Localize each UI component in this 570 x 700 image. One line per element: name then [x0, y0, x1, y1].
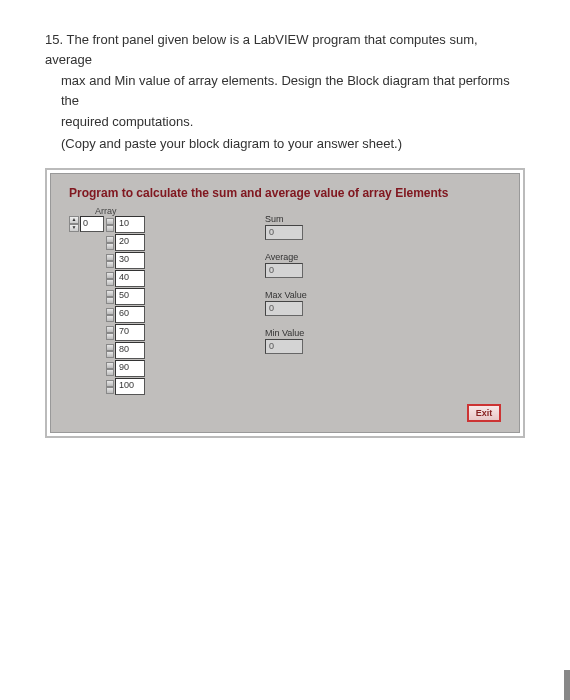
array-cell-value[interactable]: 80	[115, 342, 145, 359]
cell-spinner[interactable]	[106, 380, 114, 394]
array-cell: 70	[106, 324, 145, 341]
question-line4: (Copy and paste your block diagram to yo…	[45, 134, 525, 154]
cell-spinner[interactable]	[106, 218, 114, 232]
question-text: 15. The front panel given below is a Lab…	[45, 30, 525, 153]
array-cell: 50	[106, 288, 145, 305]
index-spinner[interactable]: ▲ ▼	[69, 216, 79, 232]
array-cell: 30	[106, 252, 145, 269]
sum-value: 0	[265, 225, 303, 240]
labview-front-panel: Program to calculate the sum and average…	[50, 173, 520, 433]
max-label: Max Value	[265, 290, 307, 300]
question-line1: The front panel given below is a LabVIEW…	[45, 32, 478, 67]
array-cells: 10 20 30 40	[106, 216, 145, 396]
array-cell: 20	[106, 234, 145, 251]
question-line3: required computations.	[45, 112, 525, 132]
exit-button[interactable]: Exit	[467, 404, 501, 422]
page-corner-indicator	[564, 670, 570, 700]
array-cell-value[interactable]: 50	[115, 288, 145, 305]
cell-spinner[interactable]	[106, 254, 114, 268]
array-cell: 60	[106, 306, 145, 323]
spinner-down-icon[interactable]: ▼	[69, 224, 79, 232]
min-output: Min Value 0	[265, 328, 307, 354]
average-value: 0	[265, 263, 303, 278]
average-label: Average	[265, 252, 307, 262]
array-cell: 80	[106, 342, 145, 359]
labview-panel-outer: Program to calculate the sum and average…	[45, 168, 525, 438]
array-label: Array	[95, 206, 145, 216]
outputs-column: Sum 0 Average 0 Max Value 0 Min Value 0	[265, 206, 307, 396]
min-value: 0	[265, 339, 303, 354]
max-output: Max Value 0	[265, 290, 307, 316]
average-output: Average 0	[265, 252, 307, 278]
cell-spinner[interactable]	[106, 308, 114, 322]
array-cell: 10	[106, 216, 145, 233]
question-number: 15.	[45, 32, 63, 47]
array-cell-value[interactable]: 10	[115, 216, 145, 233]
array-cell-value[interactable]: 20	[115, 234, 145, 251]
array-cell-value[interactable]: 40	[115, 270, 145, 287]
question-line2: max and Min value of array elements. Des…	[45, 71, 525, 110]
array-cell-value[interactable]: 70	[115, 324, 145, 341]
min-label: Min Value	[265, 328, 307, 338]
array-cell: 100	[106, 378, 145, 395]
array-control: Array ▲ ▼ 0 10	[69, 206, 145, 396]
array-cell-value[interactable]: 30	[115, 252, 145, 269]
cell-spinner[interactable]	[106, 236, 114, 250]
array-cell: 90	[106, 360, 145, 377]
panel-title: Program to calculate the sum and average…	[69, 186, 501, 200]
array-cell-value[interactable]: 90	[115, 360, 145, 377]
array-cell: 40	[106, 270, 145, 287]
spinner-up-icon[interactable]: ▲	[69, 216, 79, 224]
sum-output: Sum 0	[265, 214, 307, 240]
sum-label: Sum	[265, 214, 307, 224]
cell-spinner[interactable]	[106, 362, 114, 376]
max-value: 0	[265, 301, 303, 316]
cell-spinner[interactable]	[106, 326, 114, 340]
cell-spinner[interactable]	[106, 290, 114, 304]
array-cell-value[interactable]: 100	[115, 378, 145, 395]
array-cell-value[interactable]: 60	[115, 306, 145, 323]
cell-spinner[interactable]	[106, 344, 114, 358]
cell-spinner[interactable]	[106, 272, 114, 286]
array-index-field[interactable]: 0	[80, 216, 104, 232]
